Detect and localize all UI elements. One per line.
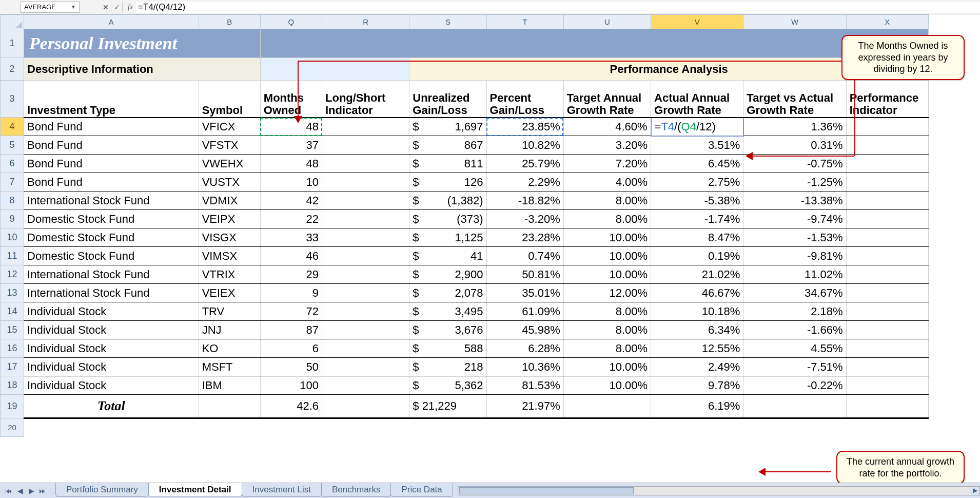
cell-gain-9[interactable]: $(373) [409,210,486,228]
col-header-A[interactable]: A [24,15,199,29]
cell-gain-7[interactable]: $126 [409,173,486,191]
cell-perf-6[interactable] [846,155,928,173]
cell-ls-5[interactable] [322,136,409,155]
cell-gain-15[interactable]: $3,676 [409,321,486,339]
cell-tva-7[interactable]: -1.25% [743,173,846,191]
cell-perf-8[interactable] [846,191,928,210]
scroll-right-icon[interactable]: ▶ [970,487,979,495]
cell-months-16[interactable]: 6 [260,339,322,358]
cell-type-16[interactable]: Individual Stock [24,339,199,358]
cell-perf-4[interactable] [846,118,928,136]
cell-pct-5[interactable]: 10.82% [486,136,563,155]
cell-actual-4-editing[interactable]: =T4/(Q4/12) [651,118,743,136]
cell-perf-12[interactable] [846,265,928,284]
cell-ls-13[interactable] [322,284,409,302]
fx-icon[interactable]: fx [128,3,133,11]
cell-type-12[interactable]: International Stock Fund [24,265,199,284]
total-sym[interactable] [199,395,260,418]
cell-actual-11[interactable]: 0.19% [651,247,743,265]
tab-nav-last-icon[interactable]: ⏭ [37,486,48,496]
horizontal-scrollbar[interactable]: ◀ ▶ [458,486,980,495]
cell-sym-18[interactable]: IBM [199,376,260,395]
cell-months-8[interactable]: 42 [260,191,322,210]
cell-tva-11[interactable]: -9.81% [743,247,846,265]
cell-sym-9[interactable]: VEIPX [199,210,260,228]
cell-sym-11[interactable]: VIMSX [199,247,260,265]
total-gain[interactable]: $ 21,229 [409,395,486,418]
cell-target-16[interactable]: 8.00% [563,339,651,358]
name-box-dropdown-icon[interactable]: ▼ [71,4,76,10]
hdr-target-annual[interactable]: Target Annual Growth Rate [563,81,651,118]
cell-type-11[interactable]: Domestic Stock Fund [24,247,199,265]
cell-months-15[interactable]: 87 [260,321,322,339]
cell-months-11[interactable]: 46 [260,247,322,265]
cell-pct-11[interactable]: 0.74% [486,247,563,265]
row-header-17[interactable]: 17 [1,358,24,376]
cell-actual-13[interactable]: 46.67% [651,284,743,302]
cell-tva-10[interactable]: -1.53% [743,228,846,247]
cell-type-14[interactable]: Individual Stock [24,302,199,321]
cell-gain-16[interactable]: $588 [409,339,486,358]
cell-actual-7[interactable]: 2.75% [651,173,743,191]
hdr-symbol[interactable]: Symbol [199,81,260,118]
cell-target-15[interactable]: 8.00% [563,321,651,339]
cell-tva-5[interactable]: 0.31% [743,136,846,155]
cell-actual-9[interactable]: -1.74% [651,210,743,228]
hdr-investment-type[interactable]: Investment Type [24,81,199,118]
cell-sym-17[interactable]: MSFT [199,358,260,376]
total-months[interactable]: 42.6 [260,395,322,418]
cell-ls-9[interactable] [322,210,409,228]
row-header-3[interactable]: 3 [1,81,24,118]
col-header-B[interactable]: B [199,15,260,29]
cell-sym-4[interactable]: VFICX [199,118,260,136]
cell-sym-10[interactable]: VISGX [199,228,260,247]
cell-actual-17[interactable]: 2.49% [651,358,743,376]
cell-sym-7[interactable]: VUSTX [199,173,260,191]
row-header-9[interactable]: 9 [1,210,24,228]
cell-sym-12[interactable]: VTRIX [199,265,260,284]
cell-gain-8[interactable]: $(1,382) [409,191,486,210]
cell-target-13[interactable]: 12.00% [563,284,651,302]
hdr-unrealized[interactable]: Unrealized Gain/Loss [409,81,486,118]
hdr-target-vs-actual[interactable]: Target vs Actual Growth Rate [743,81,846,118]
cell-perf-16[interactable] [846,339,928,358]
tab-nav-prev-icon[interactable]: ◀ [15,486,25,496]
col-header-R[interactable]: R [322,15,409,29]
cell-tva-13[interactable]: 34.67% [743,284,846,302]
cell-ls-4[interactable] [322,118,409,136]
row-header-13[interactable]: 13 [1,284,24,302]
sheet-tab-portfolio-summary[interactable]: Portfolio Summary [55,483,149,497]
cell-months-7[interactable]: 10 [260,173,322,191]
cell-actual-14[interactable]: 10.18% [651,302,743,321]
cell-gain-4[interactable]: $1,697 [409,118,486,136]
cell-ls-6[interactable] [322,155,409,173]
cell-target-18[interactable]: 10.00% [563,376,651,395]
cell-target-7[interactable]: 4.00% [563,173,651,191]
hdr-long-short[interactable]: Long/Short Indicator [322,81,409,118]
cell-gain-14[interactable]: $3,495 [409,302,486,321]
cell-tva-14[interactable]: 2.18% [743,302,846,321]
cell-pct-18[interactable]: 81.53% [486,376,563,395]
cell-ls-17[interactable] [322,358,409,376]
row-header-20[interactable]: 20 [1,418,24,437]
cell-months-9[interactable]: 22 [260,210,322,228]
col-header-X[interactable]: X [846,15,928,29]
cell-sym-13[interactable]: VEIEX [199,284,260,302]
cell-tva-8[interactable]: -13.38% [743,191,846,210]
row-header-7[interactable]: 7 [1,173,24,191]
row-header-11[interactable]: 11 [1,247,24,265]
select-all-corner[interactable] [1,15,24,29]
cell-pct-16[interactable]: 6.28% [486,339,563,358]
cell-ls-18[interactable] [322,376,409,395]
cell-gain-10[interactable]: $1,125 [409,228,486,247]
cell-pct-14[interactable]: 61.09% [486,302,563,321]
enter-formula-button[interactable]: ✓ [111,2,123,13]
cell-target-10[interactable]: 10.00% [563,228,651,247]
banner-title[interactable]: Personal Investment [24,29,261,58]
cell-tva-6[interactable]: -0.75% [743,155,846,173]
cell-tva-4[interactable]: 1.36% [743,118,846,136]
cell-target-6[interactable]: 7.20% [563,155,651,173]
tab-nav-first-icon[interactable]: ⏮ [4,486,14,496]
cell-pct-12[interactable]: 50.81% [486,265,563,284]
cell-actual-5[interactable]: 3.51% [651,136,743,155]
